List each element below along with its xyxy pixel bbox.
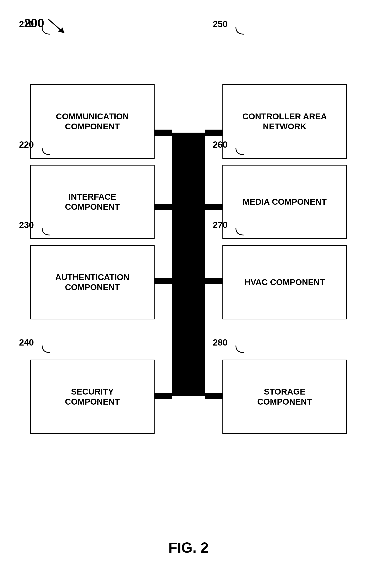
ref-label-230: 230 (19, 220, 34, 230)
ref-label-260: 260 (213, 140, 227, 150)
ref-label-220: 220 (19, 140, 34, 150)
ref-arc-240 (40, 344, 52, 355)
ref-arc-230 (40, 227, 52, 237)
box-270: HVAC COMPONENT (223, 245, 347, 319)
ref-label-280: 280 (213, 338, 227, 348)
ref-arc-210 (40, 26, 52, 36)
svg-rect-6 (205, 204, 223, 210)
ref-arc-260 (234, 147, 246, 157)
ref-arc-250 (234, 26, 246, 36)
svg-rect-4 (205, 130, 223, 135)
svg-rect-8 (205, 278, 223, 284)
svg-rect-10 (205, 393, 223, 399)
svg-rect-7 (154, 278, 172, 284)
ref-arc-270 (234, 227, 246, 237)
box-280: STORAGECOMPONENT (223, 360, 347, 434)
figure-label: FIG. 2 (168, 539, 209, 556)
ref-label-270: 270 (213, 220, 227, 230)
ref-label-250: 250 (213, 19, 227, 29)
svg-rect-3 (154, 130, 172, 135)
box-240: SECURITYCOMPONENT (30, 360, 154, 434)
box-230: AUTHENTICATIONCOMPONENT (30, 245, 154, 319)
ref-arc-280 (234, 344, 246, 355)
ref-label-210: 210 (19, 19, 34, 29)
svg-rect-5 (154, 204, 172, 210)
svg-rect-9 (154, 393, 172, 399)
ref-label-240: 240 (19, 338, 34, 348)
ref-arc-220 (40, 147, 52, 157)
diagram-container: 200 21 (0, 0, 377, 588)
svg-rect-2 (172, 133, 205, 396)
